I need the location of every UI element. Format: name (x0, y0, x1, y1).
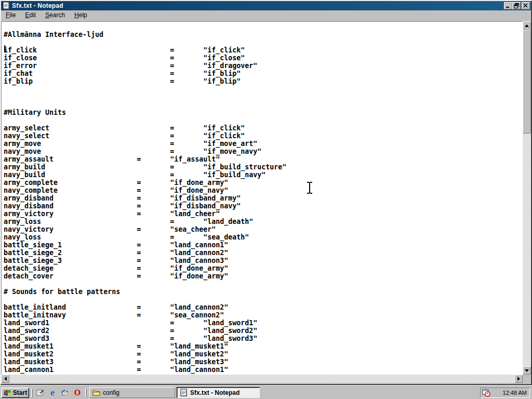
editor-text: #Allmänna Interface-ljud if_click = "if_… (2, 22, 523, 374)
text-caret (4, 45, 5, 52)
menu-bar: File Edit Search Help (1, 10, 531, 20)
taskbar-item-config[interactable]: config (89, 387, 175, 398)
menu-edit[interactable]: Edit (20, 10, 41, 20)
notepad-window: Sfx.txt - Notepad File Edit Search Help … (0, 0, 532, 385)
menu-file[interactable]: File (1, 10, 20, 20)
window-title: Sfx.txt - Notepad (12, 2, 504, 9)
minimize-button[interactable] (504, 2, 512, 9)
vertical-scroll-track[interactable] (523, 134, 531, 366)
task-label: Sfx.txt - Notepad (190, 389, 240, 396)
start-label: Start (13, 389, 27, 396)
show-desktop-icon[interactable] (35, 388, 45, 397)
vertical-scroll-thumb[interactable] (523, 30, 531, 134)
horizontal-scroll-track[interactable] (9, 375, 514, 383)
toolbar-grip[interactable] (31, 388, 33, 397)
menu-help[interactable]: Help (70, 10, 92, 20)
folder-icon (92, 389, 101, 397)
notepad-icon (180, 389, 188, 397)
taskbar: Start e O config (0, 385, 532, 399)
restore-button[interactable] (512, 2, 521, 9)
text-editor-area[interactable]: #Allmänna Interface-ljud if_click = "if_… (1, 21, 523, 375)
horizontal-scrollbar[interactable] (1, 375, 523, 383)
start-button[interactable]: Start (1, 388, 29, 398)
toolbar-grip[interactable] (85, 388, 87, 397)
scrollbar-corner (523, 375, 531, 383)
scroll-up-icon[interactable] (523, 21, 531, 30)
scroll-down-icon[interactable] (523, 366, 531, 375)
internet-explorer-icon[interactable]: e (48, 388, 57, 397)
taskbar-item-notepad[interactable]: Sfx.txt - Notepad (177, 387, 260, 398)
task-label: config (103, 389, 119, 396)
title-bar[interactable]: Sfx.txt - Notepad (1, 1, 531, 10)
opera-icon[interactable]: O (73, 388, 82, 397)
ibeam-cursor (306, 181, 313, 197)
close-icon[interactable] (522, 2, 530, 9)
notepad-icon (2, 2, 10, 10)
clock[interactable]: 12:48 AM (503, 390, 527, 396)
scroll-left-icon[interactable] (1, 375, 9, 383)
scroll-right-icon[interactable] (514, 375, 523, 383)
task-scheduler-icon[interactable] (482, 389, 490, 397)
outlook-express-icon[interactable] (60, 388, 70, 397)
menu-search[interactable]: Search (41, 10, 70, 20)
windows-logo-icon (3, 389, 11, 396)
system-tray: 12:48 AM (480, 388, 530, 398)
vertical-scrollbar[interactable] (523, 21, 531, 375)
